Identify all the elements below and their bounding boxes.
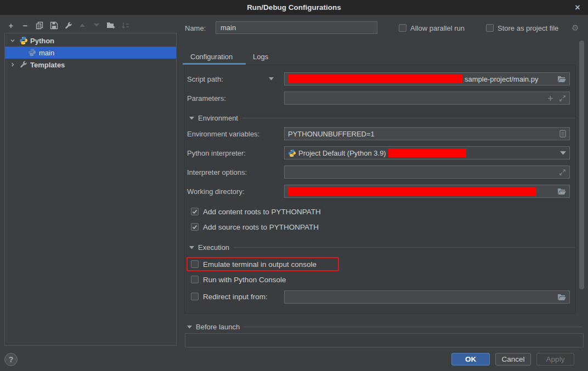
tree-item-templates[interactable]: Templates — [5, 59, 176, 71]
add-icon[interactable]: + — [7, 21, 15, 30]
allow-parallel-run-checkbox[interactable] — [399, 24, 406, 32]
python-icon — [288, 149, 296, 157]
add-source-roots-row: Add source roots to PYTHONPATH — [191, 222, 319, 232]
chevron-down-icon[interactable] — [10, 38, 15, 43]
working-directory-label: Working directory: — [187, 187, 245, 196]
python-interpreter-value: Project Default (Python 3.9) — [298, 149, 386, 157]
environment-variables-value: PYTHONUNBUFFERED=1 — [288, 130, 375, 138]
chevron-down-icon[interactable] — [560, 151, 566, 155]
add-content-roots-label: Add content roots to PYTHONPATH — [203, 208, 321, 216]
store-as-project-file-checkbox[interactable] — [486, 24, 494, 32]
tree-item-label: Python — [30, 37, 54, 45]
interpreter-options-field[interactable] — [284, 165, 570, 179]
script-path-dropdown-icon[interactable] — [269, 77, 274, 81]
expand-icon[interactable] — [559, 169, 566, 176]
run-with-python-console-row: Run with Python Console — [191, 275, 286, 284]
configurations-tree: Python main Templates — [4, 33, 177, 346]
configuration-form: Script path: sample-project/main.py Para… — [184, 65, 576, 313]
copy-icon[interactable] — [35, 21, 44, 30]
apply-button: Apply — [536, 353, 574, 366]
run-with-python-console-checkbox[interactable] — [191, 276, 199, 283]
expand-icon[interactable] — [559, 95, 566, 102]
script-path-value: sample-project/main.py — [465, 75, 538, 83]
collapse-arrow-icon[interactable] — [189, 246, 194, 249]
redirect-input-label: Redirect input from: — [203, 293, 268, 301]
title-bar: Run/Debug Configurations × — [0, 0, 588, 15]
before-launch-task-list[interactable] — [185, 333, 584, 347]
allow-parallel-run-label: Allow parallel run — [410, 24, 465, 32]
run-debug-configurations-dialog: Run/Debug Configurations × + − — [0, 0, 588, 371]
help-button[interactable]: ? — [4, 353, 18, 366]
section-divider — [233, 247, 575, 248]
parameters-label: Parameters: — [187, 94, 226, 102]
python-icon — [19, 36, 28, 45]
save-icon[interactable] — [49, 21, 58, 30]
collapse-arrow-icon[interactable] — [189, 117, 194, 120]
edit-templates-wrench-icon[interactable] — [64, 21, 72, 30]
emulate-terminal-label: Emulate terminal in output console — [203, 260, 316, 269]
checkmark-icon — [192, 225, 197, 230]
interpreter-options-label: Interpreter options: — [187, 168, 247, 176]
environment-variables-label: Environment variables: — [187, 130, 259, 138]
cancel-button[interactable]: Cancel — [495, 353, 531, 366]
tree-item-label: main — [39, 49, 54, 57]
move-up-icon[interactable] — [78, 21, 87, 30]
script-path-label: Script path: — [187, 75, 223, 83]
dialog-title: Run/Debug Configurations — [247, 3, 341, 12]
python-icon — [28, 48, 37, 57]
browse-variables-icon[interactable] — [559, 130, 566, 138]
name-label: Name: — [185, 24, 206, 32]
add-source-roots-label: Add source roots to PYTHONPATH — [203, 223, 319, 231]
folder-icon[interactable] — [557, 76, 566, 83]
section-title: Environment — [198, 114, 238, 122]
environment-variables-field[interactable]: PYTHONUNBUFFERED=1 — [284, 127, 570, 140]
section-title: Before launch — [196, 323, 240, 331]
wrench-icon — [19, 60, 28, 69]
redaction-block — [288, 75, 462, 83]
redirect-input-row: Redirect input from: — [191, 292, 268, 301]
run-with-python-console-label: Run with Python Console — [203, 276, 286, 284]
redaction-block — [288, 187, 536, 196]
section-divider — [244, 327, 583, 327]
parameters-field[interactable] — [284, 92, 570, 105]
tab-configuration[interactable]: Configuration — [190, 53, 233, 61]
collapse-arrow-icon[interactable] — [187, 326, 192, 329]
tree-item-label: Templates — [30, 61, 65, 69]
configurations-toolbar: + − — [7, 21, 129, 30]
remove-icon[interactable]: − — [21, 21, 30, 30]
store-as-project-file-label: Store as project file — [497, 24, 558, 32]
section-divider — [242, 118, 575, 118]
name-input[interactable] — [216, 21, 377, 34]
before-launch-section-header[interactable]: Before launch — [187, 323, 583, 331]
vertical-scrollbar[interactable] — [579, 41, 584, 289]
add-source-roots-checkbox[interactable] — [191, 223, 199, 231]
new-folder-icon[interactable] — [106, 21, 115, 30]
script-path-field[interactable]: sample-project/main.py — [284, 72, 570, 85]
folder-icon[interactable] — [557, 188, 566, 195]
close-icon[interactable]: × — [572, 2, 584, 14]
redirect-input-field[interactable] — [284, 290, 570, 304]
emulate-terminal-checkbox[interactable] — [191, 260, 199, 268]
ok-button[interactable]: OK — [451, 353, 490, 366]
chevron-right-icon[interactable] — [10, 62, 15, 67]
move-down-icon[interactable] — [92, 21, 101, 30]
redaction-block — [388, 149, 466, 157]
sort-configurations-icon[interactable] — [121, 21, 129, 30]
environment-section-header[interactable]: Environment — [185, 114, 576, 122]
add-content-roots-row: Add content roots to PYTHONPATH — [191, 207, 321, 216]
emulate-terminal-row: Emulate terminal in output console — [191, 259, 316, 269]
tree-item-main[interactable]: main — [5, 47, 176, 59]
checkmark-icon — [192, 209, 197, 214]
tree-item-python[interactable]: Python — [5, 35, 176, 47]
tab-logs[interactable]: Logs — [253, 53, 268, 61]
add-icon[interactable] — [547, 95, 553, 101]
python-interpreter-select[interactable]: Project Default (Python 3.9) — [284, 146, 570, 159]
gear-icon[interactable]: ⚙ — [572, 23, 579, 33]
section-title: Execution — [198, 243, 229, 252]
working-directory-field[interactable] — [284, 185, 570, 198]
execution-section-header[interactable]: Execution — [185, 243, 576, 252]
python-interpreter-label: Python interpreter: — [187, 149, 246, 157]
redirect-input-checkbox[interactable] — [191, 293, 199, 300]
folder-icon[interactable] — [557, 294, 566, 301]
add-content-roots-checkbox[interactable] — [191, 208, 199, 215]
